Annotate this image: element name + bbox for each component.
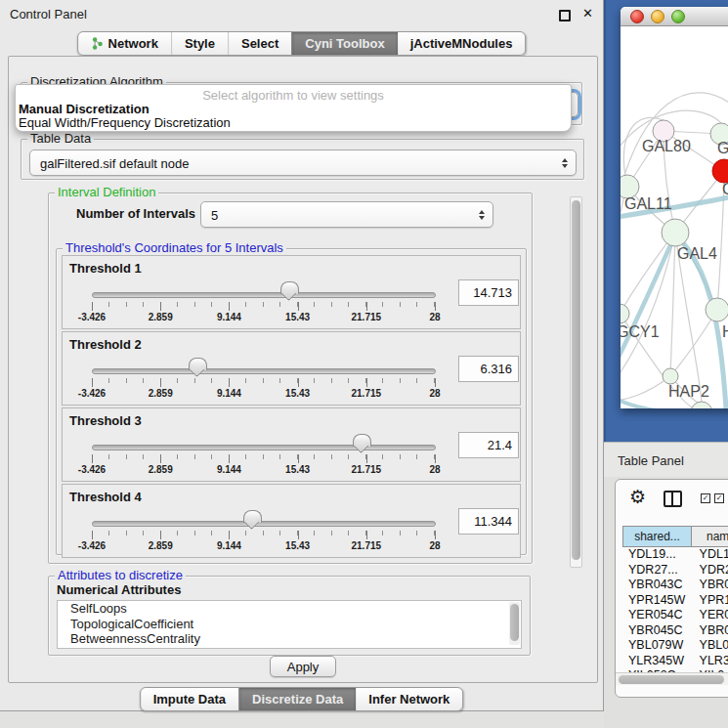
scrollbar-thumb[interactable]	[572, 200, 580, 560]
window-title: Control Panel	[10, 7, 87, 21]
cell[interactable]: YDR2	[694, 563, 728, 578]
slider-track[interactable]	[92, 445, 436, 450]
node-gcy1[interactable]	[621, 304, 629, 323]
table-data-combobox[interactable]: galFiltered.sif default node	[29, 150, 577, 176]
cell[interactable]: YBR045C	[622, 623, 694, 639]
algorithm-dropdown-popup: Select algorithm to view settings Manual…	[15, 84, 572, 132]
close-traffic-light[interactable]	[630, 10, 644, 23]
split-columns-icon[interactable]	[664, 491, 682, 507]
zoom-traffic-light[interactable]	[671, 10, 685, 23]
minimize-traffic-light[interactable]	[651, 10, 664, 23]
tab-jactivemnodules[interactable]: jActiveMNodules	[398, 32, 526, 55]
tab-style[interactable]: Style	[171, 32, 228, 55]
threshold-4-panel: Threshold 4 -3.4262.8599.14415.4321.7152…	[62, 484, 521, 558]
apply-button[interactable]: Apply	[270, 656, 336, 677]
checkbox-select-all-icon[interactable]: ✓	[714, 493, 724, 503]
threshold-value-field[interactable]: 14.713	[458, 279, 519, 306]
combo-arrows-icon	[562, 158, 568, 168]
slider-track[interactable]	[92, 292, 436, 298]
table-row[interactable]: YDR27...YDR2	[622, 563, 728, 578]
table-row[interactable]: YLR345WYLR3	[622, 654, 728, 669]
slider-track[interactable]	[92, 521, 436, 527]
cell[interactable]: YBR0	[694, 578, 728, 593]
slider-thumb[interactable]	[353, 434, 371, 447]
slider-thumb[interactable]	[280, 281, 299, 294]
slider-scale-labels: -3.4262.8599.14415.4321.71528	[92, 464, 435, 476]
table-row[interactable]: YER054CYER0	[622, 608, 728, 623]
scrollbar-thumb[interactable]	[619, 675, 724, 684]
list-item[interactable]: BetweennessCentrality	[58, 631, 521, 647]
table-row[interactable]: YBL079WYBL0	[622, 638, 728, 654]
cell[interactable]: YPR1	[694, 593, 728, 609]
cyni-mode-tabs: Impute Data Discretize Data Infer Networ…	[140, 687, 464, 711]
slider-ticks	[92, 454, 435, 463]
cell[interactable]: YER0	[694, 608, 728, 623]
numerical-attributes-list[interactable]: SelfLoops TopologicalCoefficient Between…	[57, 600, 522, 649]
slider-thumb[interactable]	[243, 510, 262, 523]
tab-select[interactable]: Select	[228, 32, 291, 55]
threshold-value-field[interactable]: 6.316	[458, 356, 519, 382]
cell[interactable]: YDL1	[694, 547, 728, 563]
label-gal80: GAL80	[642, 138, 691, 154]
label-ga: GA	[717, 140, 728, 156]
tab-cyni-toolbox[interactable]: Cyni Toolbox	[291, 32, 397, 55]
table-row[interactable]: YBR043CYBR0	[622, 578, 728, 593]
column-header-shared-name[interactable]: shared...	[622, 526, 692, 547]
threshold-1-panel: Threshold 1 -3.4262.8599.14415.4321.7152…	[62, 255, 521, 329]
tab-label: Select	[241, 36, 278, 51]
cell[interactable]: YER054C	[622, 608, 694, 623]
popup-option-equal-width-frequency[interactable]: Equal Width/Frequency Discretization	[19, 115, 231, 130]
node-gal4[interactable]	[662, 219, 689, 246]
cell[interactable]: YDL19...	[622, 547, 694, 563]
checkbox-select-icon[interactable]: ✓	[701, 493, 710, 503]
cell[interactable]: YBR043C	[622, 578, 694, 593]
threshold-value-field[interactable]: 11.344	[458, 508, 519, 535]
tab-network[interactable]: Network	[78, 32, 171, 55]
tab-impute-data[interactable]: Impute Data	[141, 688, 238, 710]
cell[interactable]: YLR3	[694, 654, 728, 669]
number-of-intervals-combobox[interactable]: 5	[200, 201, 493, 228]
cell[interactable]: YBR0	[694, 623, 728, 639]
column-header-name[interactable]: name	[692, 526, 728, 547]
close-icon[interactable]: ✕	[582, 6, 593, 21]
node-hap2[interactable]	[663, 368, 678, 384]
table-row[interactable]: YDL19...YDL1	[622, 547, 728, 563]
attributes-scrollbar[interactable]	[509, 602, 520, 645]
table-horizontal-scrollbar[interactable]	[616, 672, 728, 685]
threshold-3-panel: Threshold 3 -3.4262.8599.14415.4321.7152…	[62, 407, 521, 482]
node-h[interactable]	[706, 298, 728, 321]
cell[interactable]: YPR145W	[622, 593, 694, 609]
threshold-label: Threshold 3	[69, 413, 142, 428]
slider-scale-labels: -3.4262.8599.14415.4321.71528	[92, 540, 435, 552]
cyni-toolbox-panel: Discretization Algorithm Table Data galF…	[8, 56, 598, 683]
node-bottom[interactable]	[691, 402, 712, 408]
cell[interactable]: YLR345W	[622, 654, 694, 669]
popup-option-manual-discretization[interactable]: Manual Discretization	[19, 102, 150, 116]
scrollbar-thumb[interactable]	[510, 604, 519, 641]
tab-label: Discretize Data	[252, 692, 343, 707]
list-item[interactable]: SelfLoops	[58, 601, 521, 617]
node-red-selected[interactable]	[712, 159, 728, 183]
threshold-rows: Threshold 1 -3.4262.8599.14415.4321.7152…	[62, 255, 521, 560]
tab-discretize-data[interactable]: Discretize Data	[238, 688, 356, 710]
slider-thumb[interactable]	[189, 358, 207, 370]
table-row[interactable]: YPR145WYPR1	[622, 593, 728, 609]
slider-track[interactable]	[92, 368, 436, 374]
control-panel-window: Control Panel ✕ Network Style Select Cyn…	[0, 0, 604, 711]
group-title: Threshold's Coordinates for 5 Intervals	[63, 240, 286, 255]
float-window-icon[interactable]	[559, 10, 571, 21]
network-window-titlebar[interactable]	[621, 7, 728, 26]
gear-icon[interactable]: ⚙	[629, 486, 646, 508]
threshold-label: Threshold 4	[69, 490, 142, 504]
threshold-coordinates-group: Threshold's Coordinates for 5 Intervals …	[56, 248, 527, 555]
tab-infer-network[interactable]: Infer Network	[356, 688, 462, 710]
settings-scrollbar[interactable]	[570, 196, 582, 568]
threshold-value-field[interactable]: 21.4	[458, 432, 519, 458]
table-row[interactable]: YBR045CYBR0	[622, 623, 728, 639]
cell[interactable]: YBL0	[694, 638, 728, 654]
cell[interactable]: YBL079W	[622, 638, 694, 654]
cell[interactable]: YDR27...	[622, 563, 694, 578]
label-gal11: GAL11	[624, 195, 672, 212]
network-canvas[interactable]: GAL80 GA C GAL11 GAL4 GCY1 H HAP2	[621, 26, 728, 408]
list-item[interactable]: TopologicalCoefficient	[58, 617, 521, 632]
